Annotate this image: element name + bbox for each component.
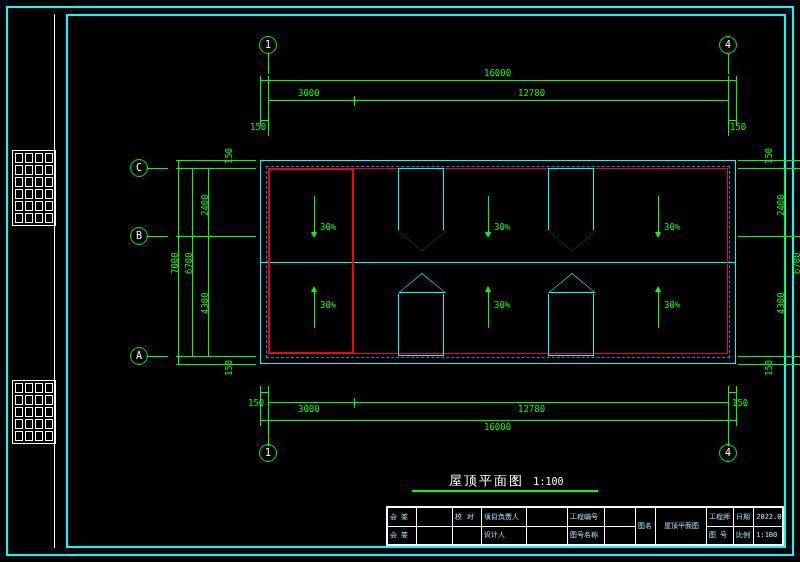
wall-envelope	[268, 168, 728, 354]
dim-l-ca-txt: 6700	[184, 252, 194, 274]
bubble-l-c: C	[130, 159, 148, 177]
dim-r-ba-txt: 4300	[776, 292, 786, 314]
drawing-area: 30% 30% 30% 30% 30% 30% 1 4 1 4 C B A C …	[148, 46, 800, 516]
dim-b-ext5	[736, 386, 737, 426]
tb-r2c7	[604, 526, 635, 545]
tb-r1c6: 工程编号	[568, 508, 605, 527]
tb-r1c1: 会 签	[388, 508, 417, 527]
side-table-a	[12, 150, 56, 226]
dim-t-ext3	[354, 96, 355, 106]
tb-center-text: 屋顶平面图	[656, 508, 707, 545]
dim-bot-seg-b: 12780	[518, 404, 545, 414]
dim-t-ext4	[728, 76, 729, 136]
bubble-l-b: B	[130, 227, 148, 245]
dim-b-ext3	[354, 398, 355, 408]
inner-frame: 30% 30% 30% 30% 30% 30% 1 4 1 4 C B A C …	[66, 14, 786, 548]
dim-r-cb-txt: 2400	[776, 194, 786, 216]
tb-r1c5	[527, 508, 568, 527]
dormer-top-2	[548, 168, 594, 230]
dim-l-150t: 150	[224, 148, 234, 164]
tb-col9b: 比例	[733, 526, 753, 545]
dim-l-extb	[176, 236, 256, 237]
dim-l-extc	[176, 168, 256, 169]
slope-top-3: 30%	[664, 222, 680, 232]
tb-r2c5	[527, 526, 568, 545]
side-table-b	[12, 380, 56, 444]
dormer-top-1	[398, 168, 444, 230]
tb-r2c6: 图号名称	[568, 526, 605, 545]
dim-top-seg-a: 3000	[298, 88, 320, 98]
dim-l-cb-txt: 2400	[200, 194, 210, 216]
arrow-top-3	[658, 196, 659, 232]
arrow-top-1	[314, 196, 315, 232]
drawing-scale: 1:100	[533, 476, 563, 487]
bubble-l-a: A	[130, 347, 148, 365]
dim-r-150t: 150	[764, 148, 774, 164]
dim-bot-ext-l	[260, 392, 268, 393]
dim-l-all-txt: 7000	[170, 252, 180, 274]
tb-r2c3	[453, 526, 482, 545]
sidebar-divider	[54, 14, 55, 548]
dim-r-extb	[738, 236, 800, 237]
title-underline	[412, 490, 598, 492]
dim-r-ca-txt: 6700	[792, 252, 800, 274]
dim-top-ext-r-txt: 150	[730, 122, 746, 132]
dim-r-extd	[738, 356, 800, 357]
tb-date: 2022.04	[754, 508, 783, 527]
tb-col9a: 日期	[733, 508, 753, 527]
dim-bot-seg	[268, 402, 728, 403]
slope-top-2: 30%	[494, 222, 510, 232]
tb-r1c7	[604, 508, 635, 527]
arrow-bot-1	[314, 292, 315, 328]
dim-l-exte	[176, 364, 256, 365]
drawing-title-text: 屋顶平面图	[449, 473, 524, 488]
dim-l-extd	[176, 356, 256, 357]
dim-top-seg-b: 12780	[518, 88, 545, 98]
grid-extension-l-c	[148, 168, 168, 169]
slope-bot-3: 30%	[664, 300, 680, 310]
dim-bot-overall	[260, 420, 736, 421]
dim-top-overall-txt: 16000	[484, 68, 511, 78]
tb-r2c4: 设计人	[482, 526, 527, 545]
dim-bot-ext-r-txt: 150	[732, 398, 748, 408]
dim-l-exta	[176, 160, 256, 161]
dim-b-ext4	[728, 386, 729, 426]
dim-top-ext-r	[728, 120, 736, 121]
dim-top-ext-l	[260, 120, 268, 121]
dim-b-ext2	[268, 386, 269, 426]
dim-t-ext2	[268, 76, 269, 136]
tb-r2c2	[416, 526, 453, 545]
tb-col8a: 工程师	[707, 508, 734, 527]
dim-bot-overall-txt: 16000	[484, 422, 511, 432]
grid-extension-l-b	[148, 236, 168, 237]
drawing-title: 屋顶平面图 1:100	[416, 472, 596, 490]
bubble-bot-1: 1	[259, 444, 277, 462]
dim-top-seg	[268, 100, 728, 101]
dim-t-ext1	[260, 76, 261, 126]
tb-r1c4: 项目负责人	[482, 508, 527, 527]
dim-r-extc	[738, 168, 800, 169]
bubble-bot-4: 4	[719, 444, 737, 462]
tb-scale: 1:100	[754, 526, 783, 545]
bubble-top-1: 1	[259, 36, 277, 54]
arrow-bot-3	[658, 292, 659, 328]
dormer-bottom-1	[398, 294, 444, 356]
slope-top-1: 30%	[320, 222, 336, 232]
slope-bot-1: 30%	[320, 300, 336, 310]
grid-extension-l-a	[148, 356, 168, 357]
tb-r1c3: 校 对	[453, 508, 482, 527]
arrow-top-2	[488, 196, 489, 232]
tb-col8b: 图 号	[707, 526, 734, 545]
dormer-bottom-2	[548, 294, 594, 356]
tb-center-label: 图名	[635, 508, 655, 545]
tb-r2c1: 会 签	[388, 526, 417, 545]
grid-extension-top-4	[728, 54, 729, 74]
grid-extension-top-1	[268, 54, 269, 74]
grid-extension-bot-1	[268, 426, 269, 446]
dim-top-overall	[260, 80, 736, 81]
arrow-bot-2	[488, 292, 489, 328]
title-block: 会 签 校 对 项目负责人 工程编号 图名 屋顶平面图 工程师 日期 2022.…	[386, 506, 784, 546]
dim-t-ext5	[736, 76, 737, 126]
dim-b-ext1	[260, 386, 261, 426]
slope-bot-2: 30%	[494, 300, 510, 310]
